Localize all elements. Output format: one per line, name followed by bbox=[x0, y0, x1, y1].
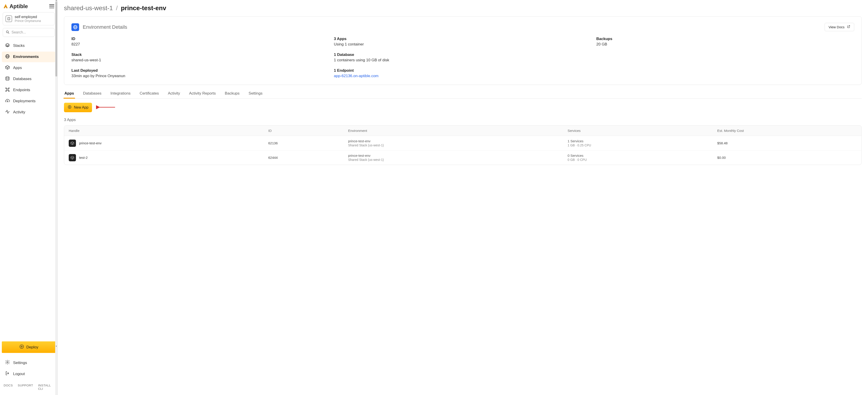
tab-activity-reports[interactable]: Activity Reports bbox=[189, 88, 216, 98]
view-docs-label: View Docs bbox=[829, 25, 844, 29]
gear-icon bbox=[5, 360, 10, 366]
sidebar-item-label: Logout bbox=[13, 372, 53, 376]
table-row[interactable]: test-2 62444 prince-test-env Shared Stac… bbox=[64, 150, 862, 165]
detail-value: 20 GB bbox=[596, 42, 854, 47]
card-title: Environment Details bbox=[83, 24, 127, 30]
table-row[interactable]: prince-test-env 62136 prince-test-env Sh… bbox=[64, 136, 862, 150]
col-environment: Environment bbox=[348, 129, 567, 133]
tab-activity[interactable]: Activity bbox=[167, 88, 181, 98]
hamburger-icon[interactable] bbox=[49, 4, 54, 8]
sidebar-item-stacks[interactable]: Stacks bbox=[2, 40, 56, 51]
sidebar-item-activity[interactable]: Activity bbox=[2, 107, 56, 118]
globe-icon bbox=[5, 54, 10, 60]
endpoints-icon bbox=[5, 87, 10, 93]
tab-backups[interactable]: Backups bbox=[224, 88, 240, 98]
detail-apps: 3 Apps Using 1 container bbox=[334, 37, 592, 47]
sidebar-scrollbar[interactable]: ▲ ▼ bbox=[55, 0, 57, 395]
deploy-button[interactable]: Deploy bbox=[2, 341, 56, 353]
svg-line-22 bbox=[8, 88, 8, 89]
row-env-name: prince-test-env bbox=[348, 153, 567, 158]
detail-label: Last Deployed bbox=[71, 68, 329, 73]
sidebar-item-environments[interactable]: Environments bbox=[2, 52, 56, 62]
environment-details-card: Environment Details View Docs ID 8227 3 … bbox=[64, 16, 862, 85]
handle-text: test-2 bbox=[79, 156, 88, 160]
row-env-name: prince-test-env bbox=[348, 139, 567, 143]
new-app-button[interactable]: New App bbox=[64, 103, 92, 112]
detail-value: shared-us-west-1 bbox=[71, 58, 329, 62]
row-id: 62136 bbox=[268, 141, 348, 145]
col-id: ID bbox=[268, 129, 348, 133]
scroll-up-icon[interactable]: ▲ bbox=[55, 0, 57, 2]
row-services-count: 1 Services bbox=[567, 139, 717, 143]
sidebar-item-settings[interactable]: Settings bbox=[2, 358, 56, 368]
activity-icon bbox=[5, 109, 10, 115]
brand-logo[interactable]: Aptible bbox=[3, 3, 28, 9]
detail-endpoint: 1 Endpoint app-62136.on-aptible.com bbox=[334, 68, 592, 78]
detail-last-deployed: Last Deployed 33min ago by Prince Onyean… bbox=[71, 68, 329, 78]
sidebar-item-label: Apps bbox=[13, 65, 53, 70]
row-services-spec: 0 GB · 0 CPU bbox=[567, 158, 717, 162]
tab-certificates[interactable]: Certificates bbox=[139, 88, 159, 98]
svg-point-29 bbox=[7, 362, 8, 363]
apps-table: Handle ID Environment Services Est. Mont… bbox=[64, 125, 862, 165]
tab-label: Apps bbox=[64, 91, 74, 95]
logout-icon bbox=[5, 371, 10, 377]
view-docs-button[interactable]: View Docs bbox=[825, 23, 854, 31]
tab-settings[interactable]: Settings bbox=[248, 88, 263, 98]
org-switcher[interactable]: self employed Prince Onyeanuna bbox=[3, 12, 55, 25]
svg-line-23 bbox=[6, 90, 7, 91]
sidebar-item-endpoints[interactable]: Endpoints bbox=[2, 85, 56, 95]
endpoint-link[interactable]: app-62136.on-aptible.com bbox=[334, 74, 592, 78]
row-cost: $0.00 bbox=[717, 156, 857, 160]
sidebar-item-deployments[interactable]: Deployments bbox=[2, 96, 56, 107]
app-cube-icon bbox=[69, 140, 76, 147]
app-cube-icon bbox=[69, 154, 76, 161]
scroll-down-icon[interactable]: ▼ bbox=[55, 345, 57, 347]
detail-label: ID bbox=[71, 37, 329, 41]
sidebar-item-label: Stacks bbox=[13, 44, 53, 48]
search-input[interactable] bbox=[11, 30, 57, 34]
building-icon bbox=[6, 16, 12, 22]
detail-label: Stack bbox=[71, 53, 329, 57]
svg-line-34 bbox=[848, 26, 850, 27]
tab-databases[interactable]: Databases bbox=[83, 88, 102, 98]
deploy-button-label: Deploy bbox=[26, 345, 38, 349]
footer-link-docs[interactable]: DOCS bbox=[4, 384, 13, 391]
sidebar-item-label: Activity bbox=[13, 110, 53, 114]
detail-label: Backups bbox=[596, 37, 854, 41]
footer-link-support[interactable]: SUPPORT bbox=[18, 384, 33, 391]
detail-backups: Backups 20 GB bbox=[596, 37, 854, 47]
tab-integrations[interactable]: Integrations bbox=[110, 88, 131, 98]
svg-line-8 bbox=[8, 33, 9, 33]
globe-badge-icon bbox=[71, 23, 79, 31]
stacks-icon bbox=[5, 43, 10, 49]
svg-line-24 bbox=[8, 90, 8, 91]
sidebar-footer-links: DOCS SUPPORT INSTALL CLI bbox=[2, 382, 56, 392]
detail-id: ID 8227 bbox=[71, 37, 329, 47]
main-content: shared-us-west-1 / prince-test-env Envir… bbox=[58, 0, 868, 395]
svg-point-15 bbox=[6, 77, 9, 78]
search-box[interactable] bbox=[3, 28, 55, 37]
detail-value: 1 containers using 10 GB of disk bbox=[334, 58, 592, 62]
sidebar-item-logout[interactable]: Logout bbox=[2, 369, 56, 379]
breadcrumb-parent[interactable]: shared-us-west-1 bbox=[64, 4, 113, 11]
tab-apps[interactable]: Apps bbox=[64, 88, 74, 98]
sidebar-item-databases[interactable]: Databases bbox=[2, 74, 56, 84]
brand-name: Aptible bbox=[9, 3, 28, 9]
sidebar-item-label: Endpoints bbox=[13, 88, 53, 92]
org-name: self employed bbox=[15, 15, 41, 19]
row-env-stack: Shared Stack (us-west-1) bbox=[348, 143, 567, 147]
handle-text: prince-test-env bbox=[79, 141, 101, 145]
tab-label: Activity Reports bbox=[189, 91, 216, 95]
footer-link-cli[interactable]: INSTALL CLI bbox=[38, 384, 54, 391]
svg-line-21 bbox=[6, 88, 7, 89]
tab-label: Activity bbox=[168, 91, 180, 95]
apps-count-label: 3 Apps bbox=[64, 118, 862, 122]
external-link-icon bbox=[847, 25, 850, 29]
col-services: Services bbox=[567, 129, 717, 133]
row-services-spec: 1 GB · 0.25 CPU bbox=[567, 143, 717, 147]
col-handle: Handle bbox=[69, 129, 268, 133]
row-id: 62444 bbox=[268, 156, 348, 160]
sidebar-item-apps[interactable]: Apps bbox=[2, 63, 56, 73]
new-app-label: New App bbox=[74, 106, 88, 110]
